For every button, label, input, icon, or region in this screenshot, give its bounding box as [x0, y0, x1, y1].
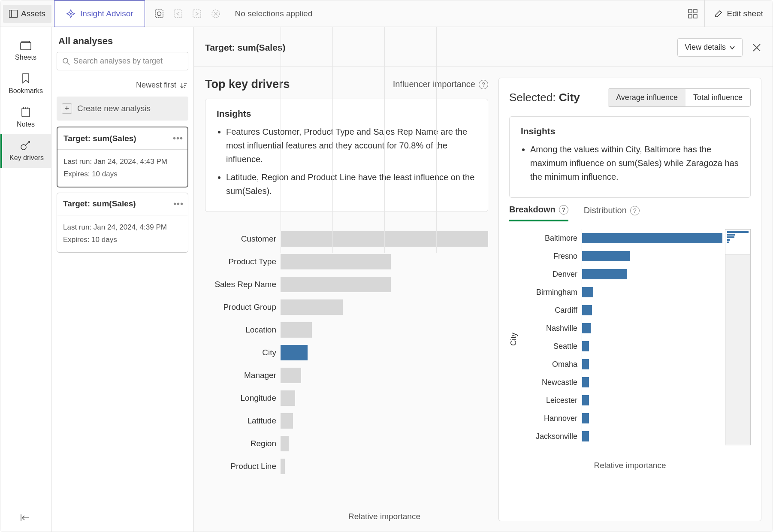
search-input[interactable]: [73, 57, 183, 66]
bar-label: Latitude: [205, 416, 281, 426]
bar-label: Region: [205, 439, 281, 448]
bar-fill[interactable]: [281, 322, 312, 338]
svg-rect-3: [155, 10, 163, 18]
insight-item: Features Customer, Product Type and Sale…: [226, 125, 477, 166]
breakdown-bar-fill[interactable]: [582, 395, 589, 405]
breakdown-bar-fill[interactable]: [582, 251, 630, 261]
bar-fill[interactable]: [281, 413, 293, 429]
bar-fill[interactable]: [281, 459, 285, 474]
analysis-last-run: Last run: Jan 24, 2024, 4:43 PM: [63, 156, 181, 168]
breakdown-tab[interactable]: Breakdown ?: [509, 205, 568, 221]
breakdown-bar-fill[interactable]: [582, 341, 589, 351]
analysis-card[interactable]: Target: sum(Sales) ••• Last run: Jan 24,…: [57, 193, 188, 253]
svg-rect-14: [21, 42, 31, 50]
plus-icon: +: [62, 103, 72, 114]
bar-label: Manager: [205, 371, 281, 380]
svg-point-4: [157, 12, 161, 15]
breakdown-bar-fill[interactable]: [582, 305, 592, 315]
bar-fill[interactable]: [281, 436, 289, 451]
help-icon[interactable]: ?: [559, 205, 568, 215]
breakdown-bar-fill[interactable]: [582, 269, 627, 279]
bar-fill[interactable]: [281, 368, 301, 383]
bar-label: Product Line: [205, 462, 281, 471]
breakdown-bar-fill[interactable]: [582, 233, 722, 243]
breakdown-chart[interactable]: [582, 229, 722, 445]
create-analysis-button[interactable]: + Create new analysis: [57, 97, 188, 121]
bar-fill[interactable]: [281, 277, 391, 292]
create-analysis-label: Create new analysis: [77, 104, 151, 113]
breakdown-bar-label: Hannover: [522, 409, 582, 427]
help-icon[interactable]: ?: [630, 206, 640, 215]
bar-fill[interactable]: [281, 299, 343, 315]
key-drivers-nav[interactable]: Key drivers: [0, 134, 51, 168]
breakdown-bar-label: Seattle: [522, 337, 582, 355]
step-back-selection-icon[interactable]: [172, 8, 184, 19]
key-drivers-chart[interactable]: CustomerProduct TypeSales Rep NameProduc…: [205, 227, 488, 493]
search-box[interactable]: [57, 52, 188, 70]
svg-rect-5: [174, 10, 182, 18]
close-icon[interactable]: [752, 43, 761, 52]
insight-advisor-button[interactable]: Insight Advisor: [54, 0, 145, 27]
city-insights-box: Insights Among the values within City, B…: [509, 116, 751, 198]
collapse-rail-icon[interactable]: [20, 514, 31, 522]
panel-icon: [9, 10, 18, 18]
breakdown-bar-label: Jacksonville: [522, 427, 582, 445]
card-menu-icon[interactable]: •••: [173, 199, 184, 209]
sheets-nav[interactable]: Sheets: [0, 35, 51, 67]
bar-fill[interactable]: [281, 345, 308, 360]
breakdown-bar-label: Cardiff: [522, 301, 582, 319]
target-title: Target: sum(Sales): [205, 42, 286, 53]
sort-icon: [180, 82, 187, 89]
app-grid-icon[interactable]: [681, 9, 704, 18]
insight-item: Latitude, Region and Product Line have t…: [226, 170, 477, 198]
analysis-expires: Expires: 10 days: [63, 168, 181, 181]
sheets-label: Sheets: [15, 54, 36, 61]
distribution-tab[interactable]: Distribution ?: [584, 205, 640, 221]
notes-nav[interactable]: Notes: [0, 101, 51, 134]
breakdown-bar-fill[interactable]: [582, 359, 589, 369]
edit-sheet-button[interactable]: Edit sheet: [704, 0, 773, 27]
step-forward-selection-icon[interactable]: [191, 8, 202, 19]
breakdown-bar-fill[interactable]: [582, 377, 589, 387]
bookmark-icon: [22, 73, 30, 84]
bar-fill[interactable]: [281, 390, 295, 406]
minimap-scrollbar[interactable]: [725, 229, 751, 445]
bar-fill[interactable]: [281, 254, 391, 269]
breakdown-bar-label: Baltimore: [522, 229, 582, 247]
card-menu-icon[interactable]: •••: [173, 133, 183, 143]
analysis-card[interactable]: Target: sum(Sales) ••• Last run: Jan 24,…: [57, 127, 188, 187]
bar-label: Customer: [205, 234, 281, 244]
analysis-last-run: Last run: Jan 24, 2024, 4:39 PM: [63, 221, 182, 234]
edit-sheet-label: Edit sheet: [727, 9, 764, 18]
help-icon[interactable]: ?: [479, 80, 488, 89]
sort-label: Newest first: [136, 81, 176, 90]
no-selections-label: No selections applied: [235, 9, 313, 18]
clear-selections-icon[interactable]: [210, 8, 221, 19]
notes-label: Notes: [17, 121, 35, 128]
average-influence-toggle[interactable]: Average influence: [608, 89, 685, 106]
svg-rect-13: [694, 15, 697, 18]
breakdown-bar-fill[interactable]: [582, 413, 589, 423]
insights-heading: Insights: [217, 109, 477, 119]
key-drivers-label: Key drivers: [9, 154, 44, 162]
assets-button[interactable]: Assets: [3, 5, 51, 23]
bookmarks-nav[interactable]: Bookmarks: [0, 67, 51, 101]
view-details-button[interactable]: View details: [677, 38, 743, 57]
breakdown-bar-fill[interactable]: [582, 287, 593, 297]
svg-rect-11: [694, 9, 697, 13]
svg-rect-10: [688, 9, 692, 13]
total-influence-toggle[interactable]: Total influence: [685, 89, 750, 106]
breakdown-bar-label: Nashville: [522, 319, 582, 337]
influence-toggle: Average influence Total influence: [608, 88, 751, 107]
bar-label: Product Type: [205, 257, 281, 266]
chevron-down-icon: [729, 45, 735, 50]
breakdown-bar-fill[interactable]: [582, 431, 589, 441]
breakdown-bar-fill[interactable]: [582, 323, 591, 333]
bar-label: Location: [205, 325, 281, 335]
breakdown-bar-label: Denver: [522, 265, 582, 283]
sort-toggle[interactable]: Newest first: [51, 75, 193, 94]
bar-label: Longitude: [205, 393, 281, 403]
analysis-card-title: Target: sum(Sales): [63, 199, 136, 209]
selected-title: Selected: City: [509, 91, 580, 104]
smart-select-icon[interactable]: [154, 8, 165, 19]
